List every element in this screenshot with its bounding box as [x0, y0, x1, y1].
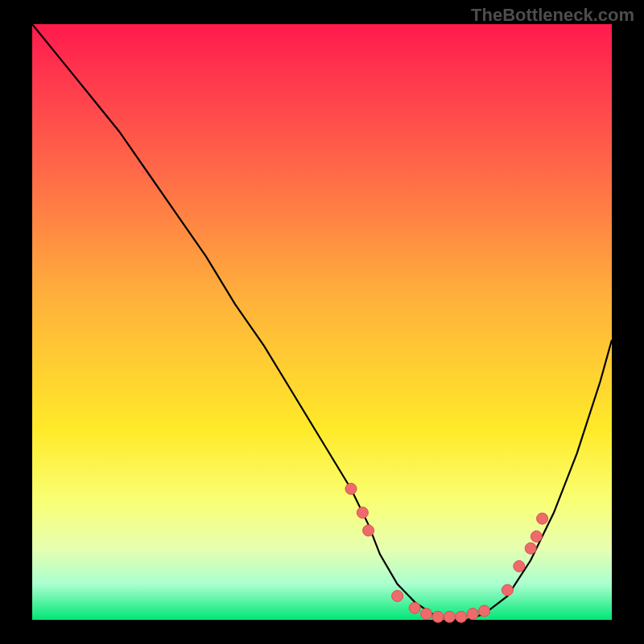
data-marker — [502, 584, 513, 596]
data-marker — [421, 609, 432, 620]
data-marker — [456, 611, 467, 622]
data-marker — [392, 590, 403, 601]
data-marker — [514, 560, 525, 572]
data-marker — [525, 543, 536, 554]
data-marker — [345, 483, 357, 494]
data-marker — [537, 513, 548, 524]
chart-svg — [32, 24, 612, 620]
marker-group — [345, 483, 548, 622]
data-marker — [530, 530, 542, 542]
data-marker — [467, 609, 478, 620]
data-marker — [444, 611, 455, 622]
data-marker — [363, 525, 374, 536]
data-marker — [409, 602, 420, 613]
watermark-text: TheBottleneck.com — [471, 5, 634, 26]
plot-area — [32, 24, 612, 620]
data-marker — [432, 611, 444, 622]
data-marker — [357, 507, 368, 518]
data-marker — [479, 605, 490, 617]
bottleneck-curve-path — [32, 24, 612, 620]
